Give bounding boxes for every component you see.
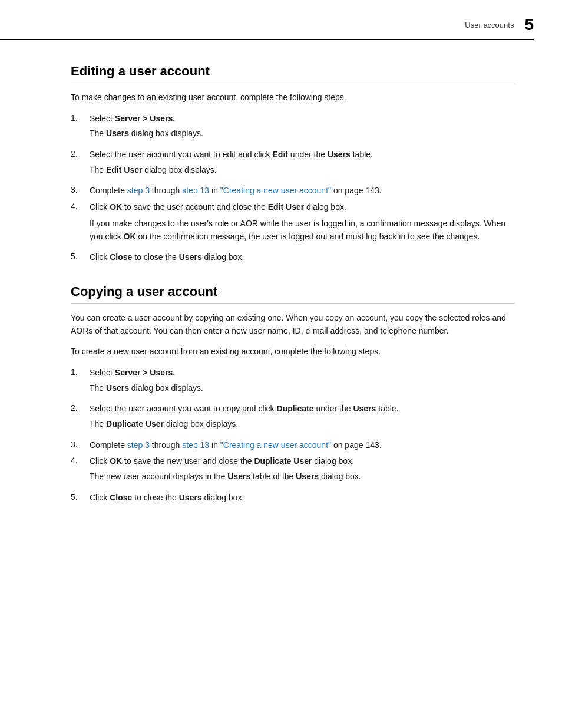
step-content-5: Click Close to close the Users dialog bo… bbox=[90, 251, 515, 265]
step-main-3: Complete step 3 through step 13 in "Crea… bbox=[90, 185, 515, 197]
copy-step-content-4: Click OK to save the new user and close … bbox=[90, 455, 515, 489]
copy-step-number-3: 3. bbox=[71, 439, 90, 449]
page-header: User accounts 5 bbox=[0, 0, 562, 39]
copying-intro-1: You can create a user account by copying… bbox=[71, 312, 515, 337]
step-sub-2: The Edit User dialog box displays. bbox=[90, 164, 515, 177]
copy-step-number-1: 1. bbox=[71, 367, 90, 377]
copy-step-number-4: 4. bbox=[71, 455, 90, 465]
step-main-5: Click Close to close the Users dialog bo… bbox=[90, 251, 515, 264]
step-content-2: Select the user account you want to edit… bbox=[90, 149, 515, 182]
step-main-2: Select the user account you want to edit… bbox=[90, 149, 515, 162]
editing-section: Editing a user account To make changes t… bbox=[71, 64, 515, 265]
chapter-title: User accounts bbox=[465, 21, 514, 29]
editing-step-2: 2. Select the user account you want to e… bbox=[71, 149, 515, 182]
step-content-3: Complete step 3 through step 13 in "Crea… bbox=[90, 185, 515, 199]
editing-step-4: 4. Click OK to save the user account and… bbox=[71, 201, 515, 249]
step-number-3: 3. bbox=[71, 185, 90, 195]
copy-step-content-2: Select the user account you want to copy… bbox=[90, 403, 515, 436]
editing-step-5: 5. Click Close to close the Users dialog… bbox=[71, 251, 515, 265]
copying-step3-link1[interactable]: step 3 bbox=[127, 440, 150, 450]
copy-step-main-2: Select the user account you want to copy… bbox=[90, 403, 515, 416]
editing-intro: To make changes to an existing user acco… bbox=[71, 91, 515, 104]
copy-step-number-2: 2. bbox=[71, 403, 90, 413]
copy-step-main-1: Select Server > Users. bbox=[90, 367, 515, 380]
step-content-1: Select Server > Users. The Users dialog … bbox=[90, 113, 515, 146]
step-number-5: 5. bbox=[71, 251, 90, 261]
copy-step-main-4: Click OK to save the new user and close … bbox=[90, 455, 515, 468]
step-content-4: Click OK to save the user account and cl… bbox=[90, 201, 515, 249]
copy-step-main-3: Complete step 3 through step 13 in "Crea… bbox=[90, 439, 515, 452]
page-container: User accounts 5 Editing a user account T… bbox=[0, 0, 562, 728]
copying-step-5: 5. Click Close to close the Users dialog… bbox=[71, 492, 515, 506]
step-sub-1: The Users dialog box displays. bbox=[90, 127, 515, 140]
copy-step-sub-1: The Users dialog box displays. bbox=[90, 382, 515, 395]
editing-step-1: 1. Select Server > Users. The Users dial… bbox=[71, 113, 515, 146]
copying-step3-link2[interactable]: step 13 bbox=[182, 440, 209, 450]
editing-section-title: Editing a user account bbox=[71, 64, 515, 83]
editing-steps-list: 1. Select Server > Users. The Users dial… bbox=[71, 113, 515, 265]
editing-step3-link2[interactable]: step 13 bbox=[182, 186, 209, 195]
editing-step3-link1[interactable]: step 3 bbox=[127, 186, 150, 195]
step-number-1: 1. bbox=[71, 113, 90, 123]
step-main-4: Click OK to save the user account and cl… bbox=[90, 201, 515, 214]
copy-step-sub-4: The new user account displays in the Use… bbox=[90, 470, 515, 483]
copying-step-3: 3. Complete step 3 through step 13 in "C… bbox=[71, 439, 515, 453]
editing-step-3: 3. Complete step 3 through step 13 in "C… bbox=[71, 185, 515, 199]
copying-step-4: 4. Click OK to save the new user and clo… bbox=[71, 455, 515, 489]
copy-step-content-3: Complete step 3 through step 13 in "Crea… bbox=[90, 439, 515, 453]
copy-step-content-5: Click Close to close the Users dialog bo… bbox=[90, 492, 515, 506]
copying-step-2: 2. Select the user account you want to c… bbox=[71, 403, 515, 436]
copy-step-main-5: Click Close to close the Users dialog bo… bbox=[90, 492, 515, 505]
step-number-2: 2. bbox=[71, 149, 90, 159]
copy-step-sub-2: The Duplicate User dialog box displays. bbox=[90, 418, 515, 431]
main-content: Editing a user account To make changes t… bbox=[0, 40, 562, 537]
copying-steps-list: 1. Select Server > Users. The Users dial… bbox=[71, 367, 515, 506]
page-number: 5 bbox=[524, 17, 534, 33]
copying-intro-2: To create a new user account from an exi… bbox=[71, 345, 515, 358]
step-note-4: If you make changes to the user's role o… bbox=[90, 218, 515, 243]
copying-section: Copying a user account You can create a … bbox=[71, 284, 515, 506]
step-main-1: Select Server > Users. bbox=[90, 113, 515, 126]
editing-step3-link3[interactable]: "Creating a new user account" bbox=[220, 186, 331, 195]
copying-step3-link3[interactable]: "Creating a new user account" bbox=[220, 440, 331, 450]
step-number-4: 4. bbox=[71, 201, 90, 211]
copy-step-number-5: 5. bbox=[71, 492, 90, 502]
copying-step-1: 1. Select Server > Users. The Users dial… bbox=[71, 367, 515, 400]
copying-section-title: Copying a user account bbox=[71, 284, 515, 304]
copy-step-content-1: Select Server > Users. The Users dialog … bbox=[90, 367, 515, 400]
